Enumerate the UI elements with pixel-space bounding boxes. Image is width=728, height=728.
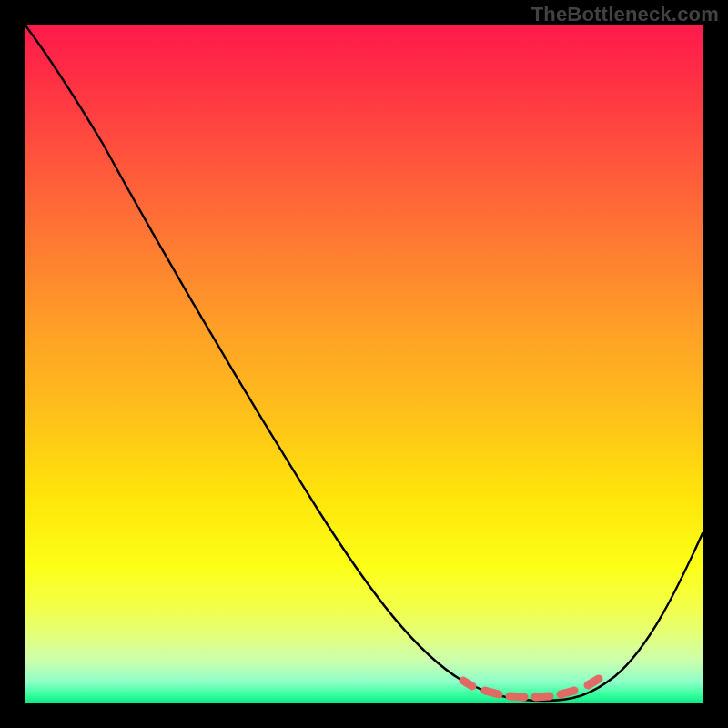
- plot-area: [25, 25, 703, 703]
- curve-svg: [25, 25, 703, 703]
- chart-frame: TheBottleneck.com: [0, 0, 728, 728]
- watermark-text: TheBottleneck.com: [531, 3, 719, 26]
- bottleneck-curve: [25, 25, 703, 701]
- optimal-zone-marker: [463, 679, 599, 697]
